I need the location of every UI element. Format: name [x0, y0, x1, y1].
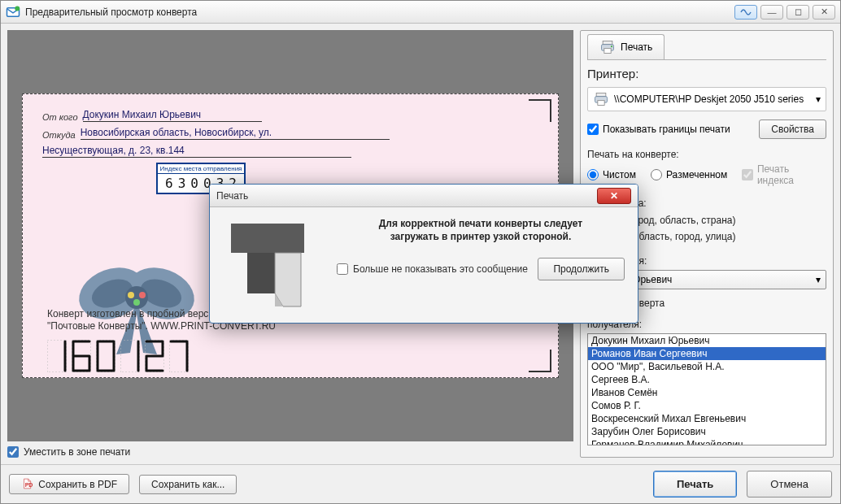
from-value: Докукин Михаил Юрьевич [83, 109, 262, 122]
help-button[interactable] [734, 5, 757, 20]
app-icon [6, 5, 20, 20]
svg-rect-18 [604, 49, 611, 54]
svg-marker-26 [275, 253, 301, 306]
radio-marked[interactable]: Размеченном [651, 169, 727, 180]
printer-icon [593, 91, 609, 107]
svg-point-8 [139, 292, 146, 298]
titlebar: Предварительный просмотр конверта — ◻ ✕ [1, 1, 840, 24]
properties-button[interactable]: Свойства [759, 119, 826, 139]
svg-point-1 [15, 6, 20, 11]
dont-show-again[interactable]: Больше не показывать это сообщение [337, 263, 528, 275]
printer-section-title: Принтер: [587, 67, 826, 80]
save-pdf-button[interactable]: PDF Сохранить в PDF [9, 474, 129, 494]
chevron-down-icon: ▾ [816, 93, 821, 105]
addr-label: Откуда [42, 130, 76, 140]
pdf-icon: PDF [21, 478, 33, 489]
chevron-down-icon: ▾ [816, 274, 821, 285]
cancel-button[interactable]: Отмена [747, 471, 832, 497]
dont-show-label: Больше не показывать это сообщение [353, 263, 528, 275]
tab-print-label: Печать [621, 41, 652, 53]
index-digit [120, 340, 140, 372]
svg-rect-25 [247, 253, 275, 293]
show-bounds[interactable]: Показывать границы печати [587, 124, 730, 135]
print-hint-dialog: Печать ✕ Для корректной печати конверты … [209, 184, 638, 324]
crop-mark-br [529, 350, 551, 372]
addr-value-1: Новосибирская область, Новосибирск, ул. [81, 127, 390, 140]
close-button[interactable]: ✕ [813, 5, 835, 20]
svg-rect-24 [231, 224, 304, 253]
addr-value-2: Несуществующая, д. 23, кв.144 [42, 145, 351, 158]
svg-rect-15 [169, 340, 189, 372]
dialog-close-button[interactable]: ✕ [597, 188, 631, 204]
list-item[interactable]: Германов Владимир Михайлович [588, 438, 826, 445]
radio-blank[interactable]: Чистом [587, 169, 636, 180]
big-index [47, 340, 189, 372]
list-item[interactable]: Романов Иван Сергеевич [588, 347, 826, 360]
dialog-message-l2: загружать в принтер узкой стороной. [337, 230, 625, 243]
maximize-button[interactable]: ◻ [787, 5, 809, 20]
fit-checkbox[interactable] [7, 446, 19, 458]
printer-feed-icon [223, 217, 320, 315]
radio-marked-input[interactable] [651, 169, 662, 180]
recipient-listbox[interactable]: Докукин Михаил ЮрьевичРоманов Иван Серге… [587, 333, 826, 445]
svg-point-7 [128, 292, 134, 298]
list-item[interactable]: Докукин Михаил Юрьевич [588, 334, 826, 347]
svg-rect-16 [603, 41, 612, 45]
index-digit [96, 340, 115, 372]
index-digit [145, 340, 164, 372]
svg-rect-13 [120, 340, 140, 372]
dont-show-checkbox[interactable] [337, 263, 348, 275]
print-index-label: Печать индекса [757, 163, 826, 186]
fit-in-print-area[interactable]: Уместить в зоне печати [7, 446, 573, 458]
radio-blank-label: Чистом [603, 169, 636, 180]
window-buttons: — ◻ ✕ [734, 5, 835, 20]
print-button[interactable]: Печать [653, 471, 737, 497]
index-caption: Индекс места отправления [158, 164, 244, 174]
svg-rect-20 [596, 93, 606, 97]
index-digit [47, 340, 67, 372]
printer-select[interactable]: \\COMPUTER\HP Deskjet 2050 J510 series ▾ [587, 87, 826, 111]
print-index-checkbox [742, 169, 753, 180]
print-index: Печать индекса [742, 163, 826, 186]
save-pdf-label: Сохранить в PDF [38, 479, 117, 490]
minimize-button[interactable]: — [760, 5, 783, 20]
list-item[interactable]: Иванов Семён [588, 386, 826, 399]
list-item[interactable]: Сергеев В.А. [588, 373, 826, 386]
svg-point-9 [133, 299, 140, 306]
tab-strip: Печать [587, 36, 826, 60]
crop-mark-tr [529, 99, 551, 122]
svg-rect-10 [47, 340, 67, 372]
dialog-titlebar: Печать ✕ [210, 185, 638, 207]
window-title: Предварительный просмотр конверта [25, 7, 734, 18]
list-item[interactable]: Сомов Р. Г. [588, 399, 826, 412]
index-digit [72, 340, 91, 372]
app-window: Предварительный просмотр конверта — ◻ ✕ … [0, 0, 841, 504]
print-on-label: Печать на конверте: [587, 149, 826, 160]
svg-rect-22 [598, 101, 604, 106]
footer: PDF Сохранить в PDF Сохранить как... Печ… [1, 464, 840, 503]
svg-point-19 [611, 46, 612, 47]
list-item[interactable]: Воскресенский Михал Евгеньевич [588, 412, 826, 425]
show-bounds-label: Показывать границы печати [603, 124, 730, 135]
radio-blank-input[interactable] [587, 169, 599, 180]
from-label: От кого [42, 112, 78, 122]
printer-name: \\COMPUTER\HP Deskjet 2050 J510 series [614, 93, 804, 105]
tab-print[interactable]: Печать [587, 34, 665, 59]
dialog-title: Печать [216, 190, 248, 202]
show-bounds-checkbox[interactable] [587, 124, 599, 135]
svg-text:PDF: PDF [25, 482, 33, 488]
printer-icon [599, 39, 616, 55]
save-as-button[interactable]: Сохранить как... [139, 475, 237, 494]
fit-label: Уместить в зоне печати [24, 446, 130, 458]
list-item[interactable]: Зарубин Олег Борисович [588, 425, 826, 438]
list-item[interactable]: ООО "Мир", Васильевой Н.А. [588, 360, 826, 373]
index-digit [169, 340, 189, 372]
radio-marked-label: Размеченном [666, 169, 727, 180]
continue-button[interactable]: Продолжить [538, 258, 625, 280]
dialog-message-l1: Для корректной печати конверты следует [337, 217, 625, 230]
svg-rect-12 [96, 340, 115, 372]
